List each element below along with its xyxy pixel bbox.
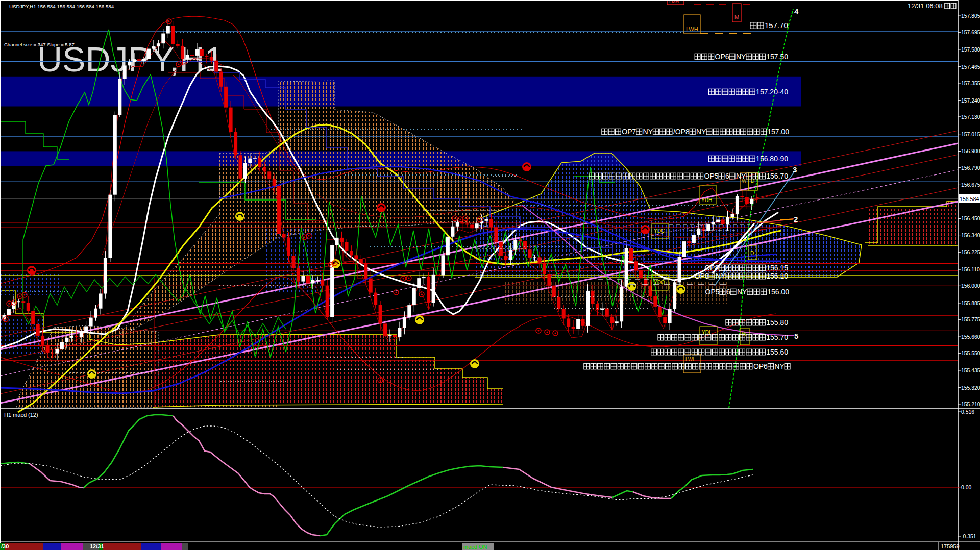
svg-text:155.550: 155.550 bbox=[961, 350, 980, 356]
svg-text:156.110: 156.110 bbox=[961, 267, 980, 272]
svg-text:12/31: 12/31 bbox=[90, 543, 104, 549]
svg-text:/30: /30 bbox=[1, 543, 9, 549]
svg-text:-0.351: -0.351 bbox=[961, 534, 976, 539]
svg-text:155.80: 155.80 bbox=[766, 318, 788, 327]
svg-text:3: 3 bbox=[793, 165, 797, 174]
svg-text:6: 6 bbox=[726, 288, 730, 296]
svg-text:OP6: OP6 bbox=[715, 53, 729, 61]
svg-text:OP8: OP8 bbox=[704, 264, 719, 272]
svg-text:156.00: 156.00 bbox=[767, 288, 789, 296]
svg-text:H1 macd (12): H1 macd (12) bbox=[4, 412, 38, 418]
svg-text:156.790: 156.790 bbox=[961, 165, 980, 171]
svg-text:156.15: 156.15 bbox=[766, 264, 788, 272]
svg-text:Channel size = 347 Slope = 5.8: Channel size = 347 Slope = 5.87 bbox=[4, 42, 75, 47]
svg-text:156.900: 156.900 bbox=[961, 148, 980, 154]
svg-text:155.320: 155.320 bbox=[961, 385, 980, 391]
svg-text:156.10: 156.10 bbox=[766, 272, 788, 280]
svg-text:NY: NY bbox=[643, 128, 653, 136]
svg-text:M: M bbox=[734, 14, 739, 20]
svg-text:D: D bbox=[750, 251, 754, 256]
svg-text:YDH: YDH bbox=[701, 197, 712, 203]
svg-text:157.20-40: 157.20-40 bbox=[756, 88, 788, 96]
svg-text:157.580: 157.580 bbox=[961, 47, 980, 53]
svg-text:OP5: OP5 bbox=[705, 288, 720, 296]
svg-text:0.00: 0.00 bbox=[961, 485, 971, 490]
svg-text:NY: NY bbox=[737, 288, 747, 296]
svg-text:YDO: YDO bbox=[654, 280, 665, 285]
svg-text:157.465: 157.465 bbox=[961, 64, 980, 70]
svg-text:LWL: LWL bbox=[685, 357, 696, 362]
svg-text:155.210: 155.210 bbox=[961, 402, 980, 407]
svg-text:155.60: 155.60 bbox=[766, 348, 788, 356]
svg-text:157.015: 157.015 bbox=[961, 132, 980, 137]
svg-text:0.516: 0.516 bbox=[961, 409, 974, 415]
svg-text:156.000: 156.000 bbox=[961, 283, 980, 289]
svg-text:NY: NY bbox=[736, 172, 746, 180]
svg-text:5: 5 bbox=[794, 332, 798, 340]
svg-text:157.240: 157.240 bbox=[961, 98, 980, 104]
svg-text:NY: NY bbox=[716, 272, 726, 280]
svg-text:OP8: OP8 bbox=[695, 272, 709, 280]
svg-text:155.885: 155.885 bbox=[961, 300, 980, 306]
svg-text:OP5: OP5 bbox=[704, 172, 719, 180]
svg-text:12/31 06:08: 12/31 06:08 bbox=[908, 2, 943, 10]
svg-text:157.00: 157.00 bbox=[767, 128, 789, 136]
svg-text:NY: NY bbox=[774, 362, 785, 370]
svg-text:LWH: LWH bbox=[686, 26, 698, 32]
svg-text:155.660: 155.660 bbox=[961, 334, 980, 340]
svg-text:2: 2 bbox=[794, 215, 798, 223]
svg-text:155.70: 155.70 bbox=[766, 333, 788, 341]
svg-text:/OP8: /OP8 bbox=[673, 128, 690, 136]
svg-text:157.50: 157.50 bbox=[766, 53, 788, 61]
svg-text:NY: NY bbox=[696, 128, 706, 136]
svg-text:157.130: 157.130 bbox=[961, 114, 980, 120]
svg-text:YDC: YDC bbox=[654, 228, 665, 234]
svg-text:175959: 175959 bbox=[941, 543, 960, 549]
svg-text:156.225: 156.225 bbox=[961, 249, 980, 255]
svg-text:155.435: 155.435 bbox=[961, 368, 980, 373]
svg-text:157.70: 157.70 bbox=[765, 21, 788, 30]
svg-text:4: 4 bbox=[794, 7, 799, 16]
svg-text:156.584: 156.584 bbox=[960, 196, 979, 202]
svg-text:157.805: 157.805 bbox=[961, 13, 980, 19]
svg-text:NY: NY bbox=[736, 53, 746, 61]
svg-text:156.675: 156.675 bbox=[961, 182, 980, 188]
svg-text:USDJPY,H1 156.584 156.584 156: USDJPY,H1 156.584 156.584 156.584 156.58… bbox=[9, 4, 114, 9]
svg-text:OP6: OP6 bbox=[753, 362, 768, 370]
svg-text:156.340: 156.340 bbox=[961, 233, 980, 238]
svg-text:156.450: 156.450 bbox=[961, 216, 980, 221]
svg-text:157.355: 157.355 bbox=[961, 81, 980, 86]
svg-text:macd ON: macd ON bbox=[463, 544, 487, 550]
svg-text:156.80-90: 156.80-90 bbox=[756, 155, 788, 163]
svg-text:156.70: 156.70 bbox=[766, 172, 788, 180]
svg-text:OP7: OP7 bbox=[622, 128, 636, 136]
svg-text:6: 6 bbox=[725, 172, 729, 180]
svg-text:157.695: 157.695 bbox=[961, 30, 980, 35]
svg-text:155.775: 155.775 bbox=[961, 317, 980, 322]
